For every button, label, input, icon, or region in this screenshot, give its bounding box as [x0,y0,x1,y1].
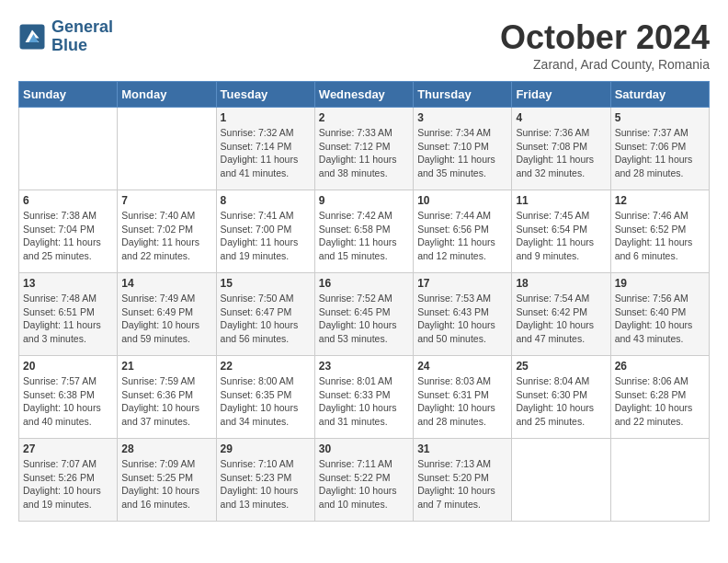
logo-icon [18,23,46,51]
day-number: 3 [417,111,507,124]
calendar-cell [512,439,610,522]
day-info: Sunrise: 8:03 AM Sunset: 6:31 PM Dayligh… [417,374,507,429]
logo-line1: General [51,18,113,37]
calendar-cell: 27Sunrise: 7:07 AM Sunset: 5:26 PM Dayli… [19,439,118,522]
weekday-header: Monday [118,82,216,108]
day-number: 31 [417,442,507,455]
day-number: 10 [417,194,507,207]
weekday-header: Friday [512,82,610,108]
calendar-cell: 14Sunrise: 7:49 AM Sunset: 6:49 PM Dayli… [118,273,216,356]
page-header: General Blue October 2024 Zarand, Arad C… [18,18,710,72]
day-number: 19 [615,277,705,290]
day-info: Sunrise: 7:11 AM Sunset: 5:22 PM Dayligh… [319,457,409,511]
day-number: 9 [319,194,409,207]
day-info: Sunrise: 7:48 AM Sunset: 6:51 PM Dayligh… [23,292,113,346]
calendar-cell [610,439,709,522]
calendar-cell: 24Sunrise: 8:03 AM Sunset: 6:31 PM Dayli… [414,356,512,439]
day-info: Sunrise: 8:06 AM Sunset: 6:28 PM Dayligh… [615,374,705,429]
day-info: Sunrise: 7:38 AM Sunset: 7:04 PM Dayligh… [23,209,113,263]
calendar-cell: 18Sunrise: 7:54 AM Sunset: 6:42 PM Dayli… [512,273,610,356]
day-number: 22 [221,360,311,373]
day-number: 15 [221,277,311,290]
day-info: Sunrise: 7:32 AM Sunset: 7:14 PM Dayligh… [221,126,311,180]
day-number: 30 [319,442,409,455]
calendar-cell: 22Sunrise: 8:00 AM Sunset: 6:35 PM Dayli… [216,356,314,439]
calendar-cell: 2Sunrise: 7:33 AM Sunset: 7:12 PM Daylig… [314,108,413,190]
calendar-cell: 8Sunrise: 7:41 AM Sunset: 7:00 PM Daylig… [216,190,314,273]
day-info: Sunrise: 7:52 AM Sunset: 6:45 PM Dayligh… [319,292,409,346]
day-info: Sunrise: 7:13 AM Sunset: 5:20 PM Dayligh… [417,457,507,511]
calendar-cell: 4Sunrise: 7:36 AM Sunset: 7:08 PM Daylig… [512,108,610,190]
day-number: 16 [319,277,409,290]
calendar-cell: 16Sunrise: 7:52 AM Sunset: 6:45 PM Dayli… [314,273,413,356]
day-number: 11 [516,194,606,207]
calendar-week-row: 1Sunrise: 7:32 AM Sunset: 7:14 PM Daylig… [19,108,710,190]
day-info: Sunrise: 7:10 AM Sunset: 5:23 PM Dayligh… [221,457,311,511]
day-number: 4 [516,111,606,124]
calendar-week-row: 13Sunrise: 7:48 AM Sunset: 6:51 PM Dayli… [19,273,710,356]
day-info: Sunrise: 7:54 AM Sunset: 6:42 PM Dayligh… [516,292,606,346]
weekday-header: Thursday [414,82,512,108]
day-info: Sunrise: 8:00 AM Sunset: 6:35 PM Dayligh… [221,374,311,429]
day-number: 23 [319,360,409,373]
day-info: Sunrise: 7:45 AM Sunset: 6:54 PM Dayligh… [516,209,606,263]
calendar-cell: 15Sunrise: 7:50 AM Sunset: 6:47 PM Dayli… [216,273,314,356]
day-number: 13 [23,277,113,290]
day-info: Sunrise: 7:42 AM Sunset: 6:58 PM Dayligh… [319,209,409,263]
calendar-cell: 23Sunrise: 8:01 AM Sunset: 6:33 PM Dayli… [314,356,413,439]
day-number: 28 [121,442,211,455]
day-number: 27 [23,442,113,455]
calendar-cell: 7Sunrise: 7:40 AM Sunset: 7:02 PM Daylig… [118,190,216,273]
calendar-cell: 31Sunrise: 7:13 AM Sunset: 5:20 PM Dayli… [414,439,512,522]
logo: General Blue [18,18,113,55]
weekday-header: Sunday [19,82,118,108]
calendar-cell: 13Sunrise: 7:48 AM Sunset: 6:51 PM Dayli… [19,273,118,356]
day-number: 25 [516,360,606,373]
calendar-cell: 21Sunrise: 7:59 AM Sunset: 6:36 PM Dayli… [118,356,216,439]
calendar-cell: 11Sunrise: 7:45 AM Sunset: 6:54 PM Dayli… [512,190,610,273]
day-info: Sunrise: 7:57 AM Sunset: 6:38 PM Dayligh… [23,374,113,429]
calendar-cell: 12Sunrise: 7:46 AM Sunset: 6:52 PM Dayli… [610,190,709,273]
calendar-cell: 19Sunrise: 7:56 AM Sunset: 6:40 PM Dayli… [610,273,709,356]
calendar-cell: 20Sunrise: 7:57 AM Sunset: 6:38 PM Dayli… [19,356,118,439]
day-number: 29 [221,442,311,455]
day-number: 5 [615,111,705,124]
calendar-week-row: 6Sunrise: 7:38 AM Sunset: 7:04 PM Daylig… [19,190,710,273]
day-number: 8 [221,194,311,207]
day-number: 1 [221,111,311,124]
day-number: 14 [121,277,211,290]
logo-text: General Blue [51,18,113,55]
day-info: Sunrise: 7:34 AM Sunset: 7:10 PM Dayligh… [417,126,507,180]
calendar-table: SundayMondayTuesdayWednesdayThursdayFrid… [18,81,710,522]
title-block: October 2024 Zarand, Arad County, Romani… [500,18,710,72]
day-info: Sunrise: 7:49 AM Sunset: 6:49 PM Dayligh… [121,292,211,346]
day-info: Sunrise: 7:44 AM Sunset: 6:56 PM Dayligh… [417,209,507,263]
day-info: Sunrise: 7:37 AM Sunset: 7:06 PM Dayligh… [615,126,705,180]
calendar-cell [19,108,118,190]
calendar-week-row: 20Sunrise: 7:57 AM Sunset: 6:38 PM Dayli… [19,356,710,439]
day-number: 24 [417,360,507,373]
day-info: Sunrise: 7:09 AM Sunset: 5:25 PM Dayligh… [121,457,211,511]
day-number: 7 [121,194,211,207]
day-info: Sunrise: 7:33 AM Sunset: 7:12 PM Dayligh… [319,126,409,180]
day-info: Sunrise: 7:40 AM Sunset: 7:02 PM Dayligh… [121,209,211,263]
calendar-cell: 29Sunrise: 7:10 AM Sunset: 5:23 PM Dayli… [216,439,314,522]
day-info: Sunrise: 7:53 AM Sunset: 6:43 PM Dayligh… [417,292,507,346]
day-info: Sunrise: 7:41 AM Sunset: 7:00 PM Dayligh… [221,209,311,263]
day-number: 2 [319,111,409,124]
day-number: 20 [23,360,113,373]
calendar-cell [118,108,216,190]
calendar-cell: 6Sunrise: 7:38 AM Sunset: 7:04 PM Daylig… [19,190,118,273]
weekday-header: Saturday [610,82,709,108]
calendar-cell: 5Sunrise: 7:37 AM Sunset: 7:06 PM Daylig… [610,108,709,190]
day-number: 17 [417,277,507,290]
calendar-cell: 17Sunrise: 7:53 AM Sunset: 6:43 PM Dayli… [414,273,512,356]
day-number: 21 [121,360,211,373]
weekday-header-row: SundayMondayTuesdayWednesdayThursdayFrid… [19,82,710,108]
calendar-cell: 25Sunrise: 8:04 AM Sunset: 6:30 PM Dayli… [512,356,610,439]
calendar-cell: 9Sunrise: 7:42 AM Sunset: 6:58 PM Daylig… [314,190,413,273]
calendar-cell: 30Sunrise: 7:11 AM Sunset: 5:22 PM Dayli… [314,439,413,522]
day-number: 6 [23,194,113,207]
calendar-cell: 1Sunrise: 7:32 AM Sunset: 7:14 PM Daylig… [216,108,314,190]
calendar-cell: 10Sunrise: 7:44 AM Sunset: 6:56 PM Dayli… [414,190,512,273]
